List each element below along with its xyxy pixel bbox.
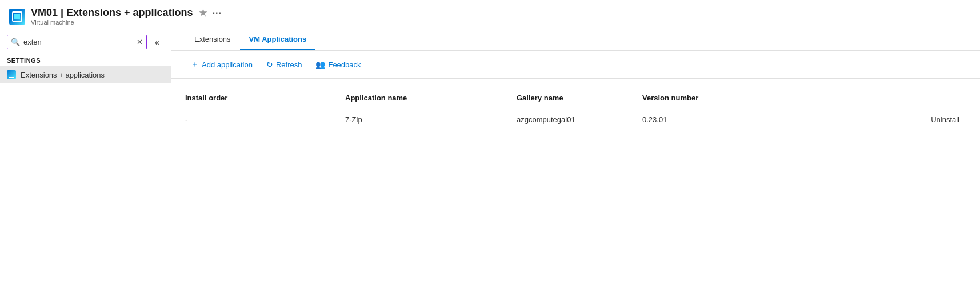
refresh-icon: ↻ [266,60,273,69]
uninstall-button[interactable]: Uninstall [757,108,966,131]
tab-vm-applications[interactable]: VM Applications [240,28,316,50]
applications-table: Install order Application name Gallery n… [185,88,966,131]
extensions-icon [7,70,16,79]
col-header-action [757,88,966,108]
search-input[interactable] [23,38,133,46]
feedback-button[interactable]: 👥 Feedback [310,57,366,72]
page-title: VM01 | Extensions + applications ★ ··· [31,7,222,19]
more-options-icon[interactable]: ··· [213,8,222,18]
table-row: - 7-Zip azgcomputegal01 0.23.01 Uninstal… [185,108,966,131]
clear-search-icon[interactable]: ✕ [137,38,143,46]
feedback-icon: 👥 [315,60,325,69]
cell-gallery-name: azgcomputegal01 [517,108,642,131]
toolbar: ＋ Add application ↻ Refresh 👥 Feedback [171,51,980,79]
feedback-label: Feedback [328,60,361,69]
add-application-button[interactable]: ＋ Add application [185,56,258,72]
vm-icon [9,9,25,25]
cell-app-name[interactable]: 7-Zip [345,108,517,131]
col-header-version-number: Version number [642,88,757,108]
collapse-sidebar-button[interactable]: « [150,35,164,49]
tab-extensions[interactable]: Extensions [185,28,240,50]
col-header-install-order: Install order [185,88,345,108]
page-title-text: VM01 | Extensions + applications [31,7,193,19]
col-header-app-name: Application name [345,88,517,108]
col-header-gallery-name: Gallery name [517,88,642,108]
sidebar-item-label: Extensions + applications [21,71,105,79]
cell-install-order: - [185,108,345,131]
tabs-bar: Extensions VM Applications [171,28,980,51]
content-area: Extensions VM Applications ＋ Add applica… [171,28,980,307]
cell-version-number: 0.23.01 [642,108,757,131]
page-subtitle: Virtual machine [31,19,222,26]
sidebar-section-settings: Settings [0,54,171,66]
table-header-row: Install order Application name Gallery n… [185,88,966,108]
sidebar: 🔍 ✕ « Settings Extensions + applications [0,28,171,307]
search-box[interactable]: 🔍 ✕ [7,35,147,49]
page-header: VM01 | Extensions + applications ★ ··· V… [0,0,980,28]
search-container: 🔍 ✕ « [0,33,171,54]
refresh-label: Refresh [276,60,302,69]
search-icon: 🔍 [11,38,20,46]
refresh-button[interactable]: ↻ Refresh [261,57,308,72]
main-layout: 🔍 ✕ « Settings Extensions + applications… [0,28,980,307]
add-icon: ＋ [191,59,199,70]
table-area: Install order Application name Gallery n… [171,79,980,140]
add-application-label: Add application [202,60,253,69]
favorite-icon[interactable]: ★ [199,7,207,18]
title-group: VM01 | Extensions + applications ★ ··· V… [31,7,222,26]
sidebar-item-extensions-applications[interactable]: Extensions + applications [0,66,171,83]
